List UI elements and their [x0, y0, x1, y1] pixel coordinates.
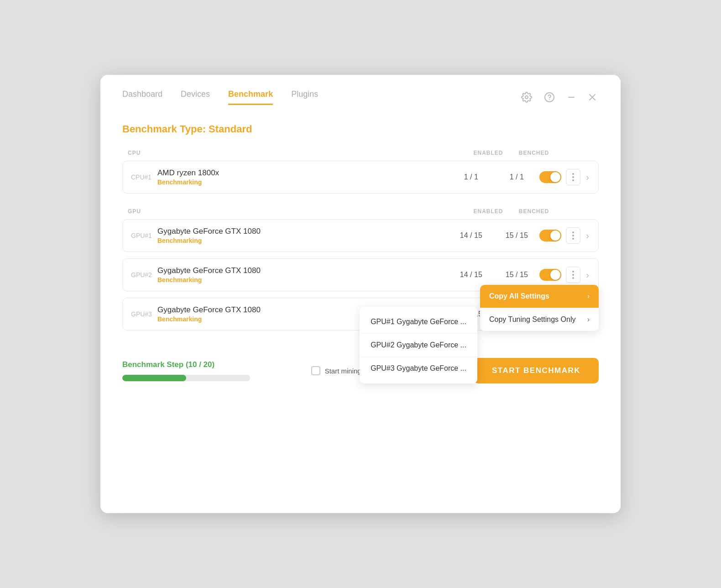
context-menu-area: GPU#1 Gygabyte GeForce ... GPU#2 Gygabyt… — [360, 285, 599, 383]
tab-dashboard[interactable]: Dashboard — [122, 89, 162, 105]
dot-2 — [572, 274, 574, 276]
help-button[interactable] — [542, 90, 557, 105]
tab-plugins[interactable]: Plugins — [291, 89, 318, 105]
gpu1-more-button[interactable] — [566, 227, 580, 244]
gpu2-device-status: Benchmarking — [157, 276, 448, 284]
dot-3 — [572, 179, 574, 181]
copy-tuning-chevron-icon: › — [587, 315, 590, 324]
gpu1-enabled-count: 14 / 15 — [448, 231, 494, 240]
gear-icon — [521, 92, 532, 103]
cpu-chevron-button[interactable]: › — [585, 170, 590, 184]
dot-2 — [572, 176, 574, 178]
gpu1-benched-count: 15 / 15 — [494, 231, 539, 240]
cpu-toggle[interactable] — [539, 171, 561, 183]
gpu2-chevron-button[interactable]: › — [585, 268, 590, 282]
gpu2-device-actions: › — [539, 267, 590, 283]
copy-all-chevron-icon: › — [587, 292, 590, 300]
gpu2-device-name: Gygabyte GeForce GTX 1080 — [157, 266, 448, 275]
gpu2-toggle[interactable] — [539, 269, 561, 281]
dot-1 — [572, 173, 574, 175]
dot-1 — [572, 271, 574, 273]
copy-all-settings-item[interactable]: Copy All Settings › — [480, 285, 599, 308]
benchmark-type: Benchmark Type: Standard — [122, 123, 599, 135]
progress-bar-fill — [122, 375, 186, 381]
nav-bar: Dashboard Devices Benchmark Plugins — [100, 75, 621, 105]
cpu-section-header: CPU ENABLED BENCHED — [122, 150, 599, 156]
submenu-item-gpu2[interactable]: GPU#2 Gygabyte GeForce ... — [360, 334, 477, 357]
gpu-section-header: GPU ENABLED BENCHED — [122, 208, 599, 215]
footer-left: Benchmark Step (10 / 20) — [122, 360, 250, 381]
minimize-button[interactable] — [565, 91, 578, 104]
close-button[interactable] — [586, 91, 599, 104]
dot-2 — [572, 235, 574, 236]
tab-devices[interactable]: Devices — [181, 89, 210, 105]
progress-bar — [122, 375, 250, 381]
cpu-device-actions: › — [539, 169, 590, 185]
cpu-benched-count: 1 / 1 — [494, 173, 539, 181]
dot-1 — [572, 231, 574, 233]
dot-3 — [572, 277, 574, 279]
submenu-item-gpu1[interactable]: GPU#1 Gygabyte GeForce ... — [360, 310, 477, 334]
cpu-section: CPU ENABLED BENCHED CPU#1 AMD ryzen 1800… — [122, 150, 599, 194]
start-mining-checkbox[interactable] — [311, 366, 320, 375]
cpu-enabled-count: 1 / 1 — [448, 173, 494, 181]
minimize-icon — [567, 93, 576, 102]
nav-tabs: Dashboard Devices Benchmark Plugins — [122, 89, 318, 105]
svg-point-0 — [525, 96, 528, 99]
submenu-item-gpu3[interactable]: GPU#3 Gygabyte GeForce ... — [360, 357, 477, 380]
gpu1-chevron-button[interactable]: › — [585, 229, 590, 243]
gpu1-toggle[interactable] — [539, 230, 561, 242]
settings-button[interactable] — [519, 90, 534, 105]
cpu-row-1: CPU#1 AMD ryzen 1800x Benchmarking 1 / 1… — [122, 161, 599, 194]
gpu2-enabled-count: 14 / 15 — [448, 271, 494, 279]
benchmark-step-label: Benchmark Step (10 / 20) — [122, 360, 250, 369]
context-menu: Copy All Settings › Copy Tuning Settings… — [480, 285, 599, 331]
gpu1-device-actions: › — [539, 227, 590, 244]
cpu-device-name: AMD ryzen 1800x — [157, 168, 448, 178]
gpu2-benched-count: 15 / 15 — [494, 271, 539, 279]
gpu1-device-name: Gygabyte GeForce GTX 1080 — [157, 227, 448, 236]
gpu2-more-button[interactable] — [566, 267, 580, 283]
gpu1-device-status: Benchmarking — [157, 237, 448, 244]
cpu-more-button[interactable] — [566, 169, 580, 185]
gpu-row-1: GPU#1 Gygabyte GeForce GTX 1080 Benchmar… — [122, 219, 599, 252]
tab-benchmark[interactable]: Benchmark — [228, 89, 273, 105]
close-icon — [588, 93, 597, 102]
help-icon — [544, 92, 555, 103]
submenu-list: GPU#1 Gygabyte GeForce ... GPU#2 Gygabyt… — [360, 307, 477, 383]
copy-tuning-settings-item[interactable]: Copy Tuning Settings Only › — [480, 308, 599, 331]
nav-actions — [519, 90, 599, 105]
dot-3 — [572, 238, 574, 240]
cpu-device-status: Benchmarking — [157, 178, 448, 186]
app-window: Dashboard Devices Benchmark Plugins — [100, 75, 621, 513]
